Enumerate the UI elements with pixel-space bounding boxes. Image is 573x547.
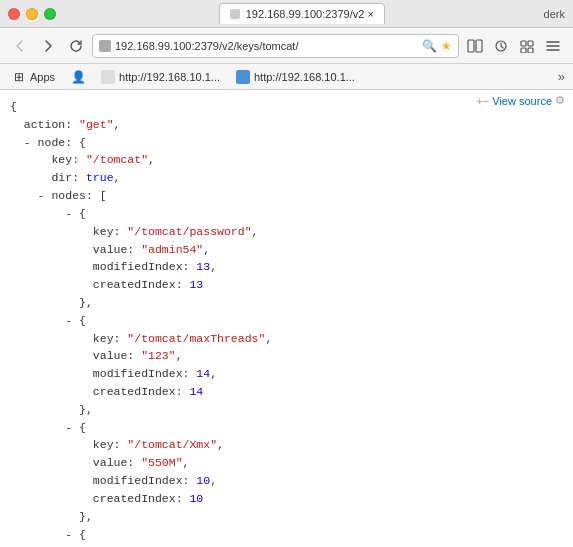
svg-rect-5 — [521, 48, 526, 53]
titlebar: 192.168.99.100:2379/v2 × derk — [0, 0, 573, 28]
toolbar: 192.168.99.100:2379/v2/keys/tomcat/ 🔍 ★ — [0, 28, 573, 64]
view-source-prefix: +− — [476, 95, 489, 107]
tab-bar: 192.168.99.100:2379/v2 × — [64, 3, 540, 24]
view-source-label: View source — [492, 95, 552, 107]
active-tab[interactable]: 192.168.99.100:2379/v2 × — [219, 3, 385, 24]
address-bar[interactable]: 192.168.99.100:2379/v2/keys/tomcat/ 🔍 ★ — [92, 34, 459, 58]
svg-rect-1 — [476, 40, 482, 52]
bookmark-etcd-icon — [101, 70, 115, 84]
svg-rect-3 — [521, 41, 526, 46]
apps-bookmark[interactable]: ⊞ Apps — [8, 68, 59, 86]
bookmark-star-icon[interactable]: ★ — [441, 39, 452, 53]
reader-view-icon[interactable] — [463, 34, 487, 58]
view-source-gear-icon: ⚙ — [555, 94, 565, 107]
tab-title: 192.168.99.100:2379/v2 × — [246, 8, 374, 20]
address-icons: 🔍 ★ — [422, 39, 452, 53]
refresh-icon[interactable] — [489, 34, 513, 58]
view-source-link[interactable]: +− View source ⚙ — [476, 94, 565, 107]
svg-rect-4 — [528, 41, 533, 46]
bookmarks-overflow-button[interactable]: » — [558, 69, 565, 84]
traffic-lights — [8, 8, 56, 20]
minimize-button[interactable] — [26, 8, 38, 20]
extensions-icon[interactable] — [515, 34, 539, 58]
toolbar-right — [463, 34, 565, 58]
user-label: derk — [544, 8, 565, 20]
menu-icon[interactable] — [541, 34, 565, 58]
bookmark-icon-3 — [236, 70, 250, 84]
svg-rect-6 — [528, 48, 533, 53]
address-text: 192.168.99.100:2379/v2/keys/tomcat/ — [115, 40, 418, 52]
bookmark-item-2[interactable]: http://192.168.10.1... — [97, 68, 224, 86]
bookmark-item-1[interactable]: 👤 — [67, 68, 89, 86]
json-content: { action: "get", - node: { key: "/tomcat… — [10, 96, 563, 547]
reload-button[interactable] — [64, 34, 88, 58]
forward-button[interactable] — [36, 34, 60, 58]
tab-favicon-icon — [230, 9, 240, 19]
back-button[interactable] — [8, 34, 32, 58]
address-favicon-icon — [99, 40, 111, 52]
svg-rect-0 — [468, 40, 474, 52]
bookmark-url-2: http://192.168.10.1... — [119, 71, 220, 83]
bookmark-person-icon: 👤 — [71, 70, 85, 84]
maximize-button[interactable] — [44, 8, 56, 20]
bookmark-item-3[interactable]: http://192.168.10.1... — [232, 68, 359, 86]
close-button[interactable] — [8, 8, 20, 20]
apps-grid-icon: ⊞ — [12, 70, 26, 84]
apps-label: Apps — [30, 71, 55, 83]
bookmark-url-3: http://192.168.10.1... — [254, 71, 355, 83]
search-icon[interactable]: 🔍 — [422, 39, 437, 53]
bookmarks-bar: ⊞ Apps 👤 http://192.168.10.1... http://1… — [0, 64, 573, 90]
page-content: +− View source ⚙ { action: "get", - node… — [0, 90, 573, 547]
